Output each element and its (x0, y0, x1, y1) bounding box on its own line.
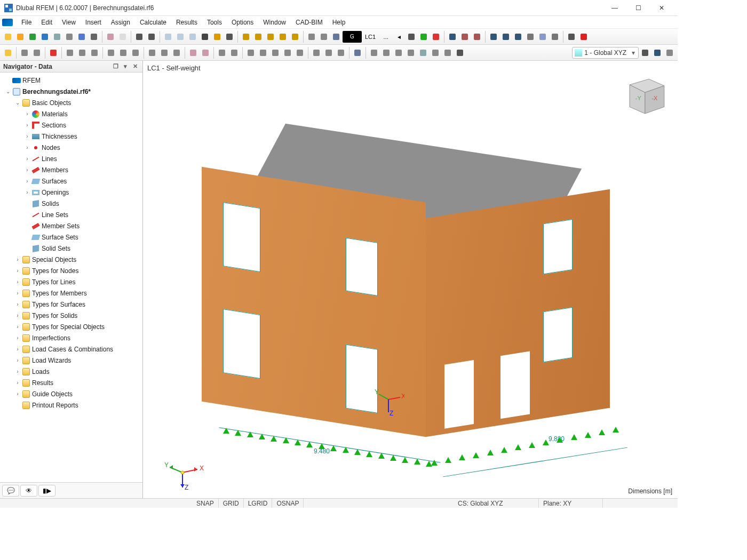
x-cross-button[interactable] (459, 31, 471, 43)
frame2-button[interactable] (380, 47, 392, 59)
navigator-tree[interactable]: RFEM⌄Berechnungsdatei.rf6*⌄Basic Objects… (0, 73, 142, 482)
tree-item-special-objects[interactable]: ›Special Objects (1, 254, 141, 265)
cube-button[interactable] (51, 31, 63, 43)
tree-twisty-icon[interactable]: › (23, 122, 31, 128)
star-g-button[interactable] (158, 47, 170, 59)
menu-calculate[interactable]: Calculate (136, 17, 171, 28)
chev-button[interactable] (442, 47, 454, 59)
undo-button[interactable] (133, 31, 145, 43)
menu-file[interactable]: File (17, 17, 36, 28)
doc-button[interactable] (117, 31, 129, 43)
tree-item-nodes[interactable]: ›Nodes (1, 142, 141, 153)
tree-item-rfem[interactable]: RFEM (1, 75, 141, 86)
tree-item-lines[interactable]: ›Lines (1, 153, 141, 164)
lasso-sel-button[interactable] (240, 31, 252, 43)
tree-twisty-icon[interactable]: › (23, 156, 31, 162)
panel3-button[interactable] (187, 31, 198, 43)
print-button[interactable] (88, 31, 100, 43)
script-button[interactable] (211, 31, 223, 43)
sel-window-button[interactable] (289, 31, 301, 43)
star-v-button[interactable] (19, 47, 30, 59)
dash-button[interactable] (405, 47, 417, 59)
tree-item-surface-sets[interactable]: Surface Sets (1, 231, 141, 243)
lc-prev-button[interactable]: ◂ (393, 31, 405, 43)
more-button[interactable] (454, 47, 466, 59)
tree-twisty-icon[interactable]: › (23, 133, 31, 139)
grid-snap-button[interactable] (651, 47, 663, 59)
box1-button[interactable] (187, 47, 199, 59)
tree-twisty-icon[interactable]: ⌄ (14, 100, 21, 106)
align-right-button[interactable] (318, 31, 330, 43)
tree-item-sections[interactable]: ›Sections (1, 119, 141, 131)
wave-button[interactable] (393, 47, 404, 59)
menu-edit[interactable]: Edit (37, 17, 57, 28)
xxx-box-button[interactable] (500, 31, 512, 43)
tree-item-openings[interactable]: ›Openings (1, 187, 141, 198)
tree-twisty-icon[interactable]: › (14, 268, 21, 274)
star-bl-button[interactable] (216, 47, 228, 59)
play-button[interactable] (418, 31, 430, 43)
poly-button[interactable] (47, 47, 59, 59)
tree-item-load-cases-combinations[interactable]: ›Load Cases & Combinations (1, 343, 141, 355)
redo-button[interactable] (146, 31, 157, 43)
tree-twisty-icon[interactable]: › (23, 167, 31, 173)
fill-button[interactable] (330, 31, 342, 43)
align-left-button[interactable] (306, 31, 317, 43)
status-grid[interactable]: GRID (219, 499, 244, 508)
tree-item-solids[interactable]: Solids (1, 198, 141, 209)
status-snap[interactable]: SNAP (192, 499, 219, 508)
solid2-button[interactable] (323, 47, 335, 59)
lc-group-button[interactable]: G (343, 31, 362, 43)
vline-button[interactable] (130, 47, 141, 59)
prev-button[interactable] (406, 31, 417, 43)
eye-dash-button[interactable] (525, 31, 536, 43)
globe-button[interactable] (39, 31, 51, 43)
tree-item-types-for-solids[interactable]: ›Types for Solids (1, 310, 141, 321)
sel5-button[interactable] (294, 47, 306, 59)
plane-button[interactable] (537, 31, 549, 43)
lc-more-button[interactable]: ... (379, 31, 393, 43)
sel-rect-button[interactable] (252, 31, 264, 43)
grid-snap-button[interactable] (512, 31, 524, 43)
star-y-button[interactable] (31, 47, 43, 59)
nav-camera-button[interactable]: ▮▶ (38, 485, 55, 497)
navigator-close-icon[interactable]: ✕ (131, 62, 139, 71)
anchor-button[interactable] (447, 31, 458, 43)
filter-button[interactable] (352, 47, 363, 59)
more-button[interactable] (224, 31, 235, 43)
model-viewport[interactable]: LC1 - Self-weight 9.480 9.880 (143, 61, 678, 498)
global-cs-dropdown[interactable]: 1 - Global XYZ▾ (572, 47, 639, 59)
menu-insert[interactable]: Insert (81, 17, 106, 28)
tree-item-load-wizards[interactable]: ›Load Wizards (1, 355, 141, 366)
sel1-button[interactable] (245, 47, 257, 59)
menu-results[interactable]: Results (172, 17, 202, 28)
tree-twisty-icon[interactable]: › (14, 290, 21, 296)
tree-twisty-icon[interactable]: › (14, 357, 21, 363)
status-lgrid[interactable]: LGRID (244, 499, 273, 508)
database-button[interactable] (63, 31, 75, 43)
tree-item-thicknesses[interactable]: ›Thicknesses (1, 131, 141, 142)
close-red-button[interactable] (578, 31, 590, 43)
tree-twisty-icon[interactable]: › (14, 301, 21, 307)
navigator-dropdown-icon[interactable]: ▾ (121, 62, 130, 71)
xxx-button[interactable] (549, 31, 561, 43)
menu-options[interactable]: Options (227, 17, 258, 28)
star-dline-button[interactable] (117, 47, 129, 59)
cube-button[interactable] (417, 47, 429, 59)
sel-circle-button[interactable] (265, 31, 276, 43)
tube-button[interactable] (335, 47, 347, 59)
navigator-window-icon[interactable]: ❐ (112, 62, 120, 71)
menu-tools[interactable]: Tools (203, 17, 226, 28)
star-button[interactable] (2, 47, 14, 59)
console-button[interactable] (199, 31, 211, 43)
sel4-button[interactable] (282, 47, 293, 59)
tree-item-types-for-members[interactable]: ›Types for Members (1, 287, 141, 299)
tree-item-imperfections[interactable]: ›Imperfections (1, 332, 141, 343)
tree-item-line-sets[interactable]: Line Sets (1, 209, 141, 220)
tree-item-berechnungsdatei-rf6-[interactable]: ⌄Berechnungsdatei.rf6* (1, 86, 141, 97)
tree-twisty-icon[interactable]: › (14, 257, 21, 262)
tree-twisty-icon[interactable]: ⌄ (4, 89, 12, 94)
sel2-button[interactable] (257, 47, 269, 59)
panel2-button[interactable] (174, 31, 186, 43)
pt-g-button[interactable] (64, 47, 76, 59)
